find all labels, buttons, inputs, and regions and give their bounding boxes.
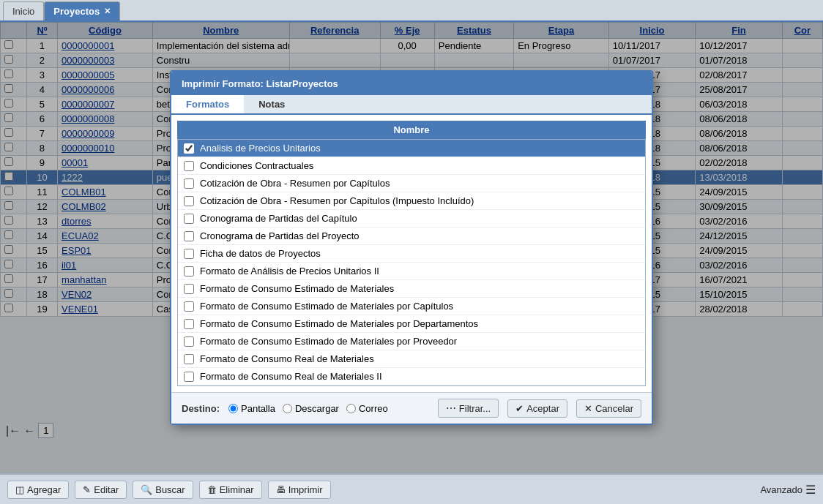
tab-bar: Inicio Proyectos ✕ — [0, 0, 823, 22]
list-item[interactable]: Cotización de Obra - Resumen por Capítul… — [178, 175, 645, 192]
avanzado-button[interactable]: Avanzado ☰ — [760, 483, 816, 497]
list-item-label: Cotización de Obra - Resumen por Capítul… — [200, 178, 390, 189]
tab-inicio-label: Inicio — [12, 6, 34, 17]
list-item-checkbox[interactable] — [184, 249, 194, 259]
list-item-label: Cronograma de Partidas del Proyecto — [200, 230, 360, 241]
filtrar-btn[interactable]: ⋯ Filtrar... — [438, 399, 499, 418]
list-item-checkbox[interactable] — [184, 231, 194, 241]
list-item-checkbox[interactable] — [184, 336, 194, 347]
list-item-label: Cotización de Obra - Resumen por Capítul… — [200, 195, 474, 206]
x-icon: ✕ — [584, 403, 592, 414]
list-item-label: Formato de Consumo Real de Materiales II — [200, 371, 382, 382]
list-item-label: Formato de Análisis de Precios Unitarios… — [200, 266, 379, 277]
radio-pantalla-label: Pantalla — [241, 403, 275, 414]
delete-label: Eliminar — [220, 484, 254, 495]
list-item-label: Formato de Consumo Estimado de Materiale… — [200, 301, 453, 312]
search-button[interactable]: 🔍 Buscar — [133, 481, 193, 499]
radio-correo[interactable]: Correo — [346, 403, 388, 414]
tab-proyectos-close[interactable]: ✕ — [104, 7, 111, 16]
modal-body: Nombre Analisis de Precios Unitarios Con… — [171, 115, 652, 392]
list-item-checkbox[interactable] — [184, 284, 194, 294]
list-item-label: Formato de Consumo Estimado de Materiale… — [200, 336, 457, 347]
list-item[interactable]: Ficha de datos de Proyectos — [178, 245, 645, 263]
list-item-label: Condiciones Contractuales — [200, 160, 313, 171]
radio-correo-label: Correo — [359, 403, 388, 414]
list-item[interactable]: Formato de Consumo Estimado de Materiale… — [178, 315, 645, 333]
aceptar-btn[interactable]: ✔ Aceptar — [507, 399, 567, 418]
radio-correo-input[interactable] — [346, 404, 356, 413]
list-item[interactable]: Formato de Consumo Estimado de Materiale… — [178, 280, 645, 298]
list-item[interactable]: Cotización de Obra - Resumen por Capítul… — [178, 192, 645, 210]
tab-proyectos[interactable]: Proyectos ✕ — [44, 1, 120, 20]
list-item[interactable]: Formato de Análisis de Precios Unitarios… — [178, 263, 645, 280]
add-icon: ◫ — [15, 484, 24, 495]
list-item-checkbox[interactable] — [184, 354, 194, 364]
search-label: Buscar — [155, 484, 185, 495]
list-item[interactable]: Formato de Consumo Real de Materiales II — [178, 368, 645, 385]
list-item-label: Cronograma de Partidas del Capítulo — [200, 213, 357, 224]
modal-overlay: Imprimir Formato: ListarProyectos Format… — [0, 22, 823, 473]
delete-icon: 🗑 — [207, 484, 217, 495]
aceptar-label: Aceptar — [526, 403, 559, 414]
list-item-label: Analisis de Precios Unitarios — [200, 143, 321, 154]
list-item[interactable]: Analisis de Precios Unitarios — [178, 140, 645, 157]
list-item-checkbox[interactable] — [184, 178, 194, 189]
list-item-checkbox[interactable] — [184, 266, 194, 277]
destino-label: Destino: — [182, 403, 220, 414]
list-item-label: Ficha de datos de Proyectos — [200, 248, 321, 259]
list-item-checkbox[interactable] — [184, 161, 194, 171]
menu-icon: ☰ — [805, 483, 816, 497]
tab-proyectos-label: Proyectos — [53, 6, 100, 17]
list-item[interactable]: Formato de Consumo Estimado de Materiale… — [178, 298, 645, 315]
print-modal: Imprimir Formato: ListarProyectos Format… — [170, 70, 653, 425]
print-button[interactable]: 🖶 Imprimir — [268, 481, 331, 499]
bottom-toolbar: ◫ Agregar ✎ Editar 🔍 Buscar 🗑 Eliminar 🖶… — [0, 473, 823, 504]
modal-header: Imprimir Formato: ListarProyectos — [171, 72, 652, 95]
modal-tab-notas[interactable]: Notas — [244, 95, 299, 115]
list-item-checkbox[interactable] — [184, 372, 194, 382]
radio-pantalla-input[interactable] — [228, 404, 238, 413]
list-item[interactable]: Formato de Consumo Real de Materiales — [178, 350, 645, 368]
modal-footer: Destino: Pantalla Descargar Correo — [171, 392, 652, 424]
radio-descargar-input[interactable] — [283, 404, 292, 413]
tab-inicio[interactable]: Inicio — [3, 1, 44, 20]
filtrar-label: Filtrar... — [459, 403, 491, 414]
list-item-label: Formato de Consumo Estimado de Materiale… — [200, 318, 478, 329]
format-list[interactable]: Analisis de Precios Unitarios Condicione… — [177, 139, 646, 386]
edit-button[interactable]: ✎ Editar — [75, 481, 127, 499]
edit-icon: ✎ — [83, 484, 91, 495]
list-item[interactable]: Cronograma de Partidas del Proyecto — [178, 227, 645, 245]
list-item-checkbox[interactable] — [184, 143, 194, 154]
list-header: Nombre — [177, 121, 646, 139]
edit-label: Editar — [94, 484, 119, 495]
filter-icon: ⋯ — [446, 402, 456, 414]
cancelar-label: Cancelar — [595, 403, 633, 414]
search-icon: 🔍 — [141, 484, 152, 495]
check-icon: ✔ — [515, 403, 524, 414]
print-label: Imprimir — [288, 484, 323, 495]
list-item-label: Formato de Consumo Estimado de Materiale… — [200, 283, 394, 294]
print-icon: 🖶 — [276, 484, 286, 495]
list-item[interactable]: Condiciones Contractuales — [178, 157, 645, 175]
list-item-checkbox[interactable] — [184, 301, 194, 312]
main-area: Nº Código Nombre Referencia % Eje Estatu… — [0, 22, 823, 473]
modal-title: Imprimir Formato: ListarProyectos — [182, 78, 338, 89]
cancelar-btn[interactable]: ✕ Cancelar — [576, 399, 641, 418]
radio-descargar-label: Descargar — [295, 403, 339, 414]
add-button[interactable]: ◫ Agregar — [7, 481, 69, 499]
modal-tab-formatos[interactable]: Formatos — [171, 95, 244, 115]
delete-button[interactable]: 🗑 Eliminar — [199, 481, 262, 499]
add-label: Agregar — [27, 484, 61, 495]
list-item[interactable]: Formato de Consumo Estimado de Materiale… — [178, 333, 645, 350]
radio-pantalla[interactable]: Pantalla — [228, 403, 275, 414]
radio-descargar[interactable]: Descargar — [283, 403, 339, 414]
list-item-checkbox[interactable] — [184, 319, 194, 329]
list-item-checkbox[interactable] — [184, 214, 194, 224]
modal-tabs: Formatos Notas — [171, 95, 652, 115]
list-item-checkbox[interactable] — [184, 196, 194, 206]
destino-options: Pantalla Descargar Correo — [228, 403, 388, 414]
avanzado-label: Avanzado — [760, 484, 802, 495]
list-item-label: Formato de Consumo Real de Materiales — [200, 353, 374, 364]
list-item[interactable]: Cronograma de Partidas del Capítulo — [178, 210, 645, 227]
